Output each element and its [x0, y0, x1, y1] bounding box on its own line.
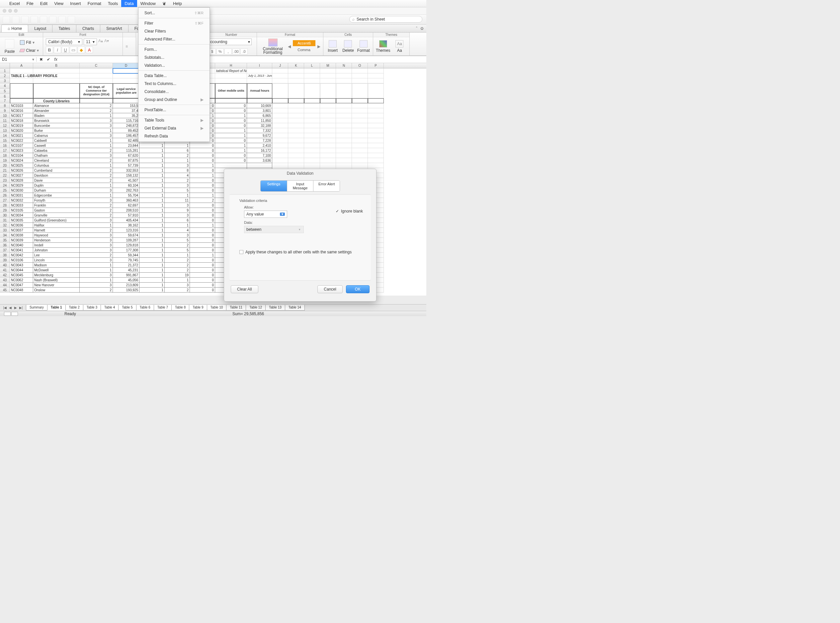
tab-home[interactable]: ⌂Home [2, 25, 28, 32]
gear-icon[interactable]: ✿ [420, 26, 424, 31]
cell[interactable]: 0 [215, 158, 247, 163]
cell[interactable]: 1 [215, 143, 247, 148]
row-header[interactable]: 40 [0, 263, 10, 268]
cell[interactable]: 1 [80, 193, 113, 198]
row-header[interactable]: 34 [0, 233, 10, 238]
cell[interactable] [10, 98, 33, 103]
cell[interactable] [215, 78, 247, 83]
row-header[interactable]: 35 [0, 238, 10, 243]
cell[interactable]: Haywood [33, 233, 80, 238]
row-header[interactable]: 27 [0, 198, 10, 203]
prev-sheet-icon[interactable]: ◀ [8, 306, 12, 310]
cell[interactable]: 1 [139, 148, 165, 153]
cell[interactable]: 3 [80, 248, 113, 253]
cell[interactable]: 1 [139, 153, 165, 158]
cell[interactable] [320, 74, 336, 78]
cell[interactable]: 193,925 [113, 288, 139, 293]
cell[interactable] [320, 103, 336, 108]
cell[interactable] [272, 163, 288, 168]
cell[interactable] [352, 103, 368, 108]
bold-button[interactable]: B [46, 46, 53, 53]
fill-button[interactable]: Fill▾ [18, 40, 40, 46]
cell[interactable] [272, 158, 288, 163]
cell[interactable]: 62,697 [113, 203, 139, 208]
cell[interactable]: 1 [190, 163, 215, 168]
cell[interactable] [272, 83, 288, 98]
cell[interactable]: Harnett [33, 228, 80, 233]
cell[interactable]: 1 [165, 143, 190, 148]
cell[interactable]: Chatham [33, 153, 80, 158]
cell[interactable] [368, 148, 384, 153]
cell[interactable]: NC0021 [10, 133, 33, 138]
cell[interactable]: 0 [190, 282, 215, 288]
cell[interactable]: NC0017 [10, 113, 33, 118]
align-icon[interactable]: ≡ [126, 44, 128, 49]
cell[interactable]: 3 [80, 153, 113, 158]
data-menu-item[interactable]: Text to Columns... [138, 80, 210, 87]
cell[interactable]: 1 [215, 113, 247, 118]
cell[interactable] [247, 78, 272, 83]
row-header[interactable]: 31 [0, 218, 10, 223]
col-header-h[interactable]: H [215, 63, 247, 68]
row-header[interactable]: 28 [0, 203, 10, 208]
cell[interactable]: County Libraries [33, 98, 80, 103]
cell[interactable] [352, 133, 368, 138]
cell[interactable]: 0 [215, 138, 247, 143]
col-header-l[interactable]: L [304, 63, 320, 68]
cell[interactable]: NC0037 [10, 228, 33, 233]
cell[interactable]: 2 [80, 173, 113, 178]
cell[interactable] [304, 128, 320, 133]
menu-data[interactable]: Data [121, 0, 137, 7]
cell[interactable]: 153,5 [113, 103, 139, 108]
print-icon[interactable] [31, 16, 38, 23]
cell[interactable]: 1 [139, 178, 165, 183]
row-header[interactable]: 36 [0, 243, 10, 248]
cell[interactable] [336, 68, 352, 74]
cell[interactable] [320, 138, 336, 143]
cell[interactable]: 55,704 [113, 193, 139, 198]
cell[interactable] [336, 123, 352, 128]
cell[interactable]: Johnston [33, 248, 80, 253]
normal-view-icon[interactable] [4, 312, 11, 316]
col-header-k[interactable]: K [288, 63, 304, 68]
cell[interactable]: NC0033 [10, 203, 33, 208]
cell[interactable]: NC0107 [10, 143, 33, 148]
cell[interactable] [272, 133, 288, 138]
open-icon[interactable] [12, 16, 19, 23]
cell[interactable] [304, 103, 320, 108]
cell[interactable] [336, 128, 352, 133]
cell[interactable]: 1 [139, 218, 165, 223]
cell[interactable] [320, 133, 336, 138]
cell[interactable]: 89,452 [113, 128, 139, 133]
italic-button[interactable]: I [54, 46, 61, 53]
cell[interactable]: 1 [139, 228, 165, 233]
cell[interactable] [272, 98, 288, 103]
cell[interactable]: 3,801 [247, 108, 272, 113]
row-header[interactable]: 2 [0, 74, 10, 78]
cell[interactable]: NC0026 [10, 168, 33, 173]
cell[interactable]: 208,510 [113, 208, 139, 213]
cell[interactable]: 7,100 [247, 153, 272, 158]
col-header-b[interactable]: B [33, 63, 80, 68]
cell[interactable]: NC0032 [10, 198, 33, 203]
cell[interactable] [113, 74, 139, 78]
cell[interactable]: Nash (Braswell) [33, 278, 80, 282]
cell[interactable] [368, 113, 384, 118]
cell[interactable] [10, 78, 33, 83]
cell[interactable] [352, 98, 368, 103]
cell[interactable]: NC0025 [10, 163, 33, 168]
cell[interactable]: 8 [165, 168, 190, 173]
cell[interactable]: 1 [139, 183, 165, 188]
cell[interactable] [352, 123, 368, 128]
sum-icon[interactable] [58, 16, 66, 23]
cell[interactable]: 0 [190, 148, 215, 153]
cell[interactable] [368, 123, 384, 128]
cell[interactable]: 1 [80, 143, 113, 148]
collapse-ribbon-icon[interactable]: ˄ [416, 26, 418, 31]
decrease-decimal-button[interactable]: .0 [241, 49, 248, 54]
cancel-button[interactable]: Cancel [317, 285, 342, 293]
cell[interactable]: 23,844 [113, 143, 139, 148]
cell[interactable]: 1 [190, 173, 215, 178]
cell[interactable]: 123,316 [113, 228, 139, 233]
cell[interactable] [352, 153, 368, 158]
